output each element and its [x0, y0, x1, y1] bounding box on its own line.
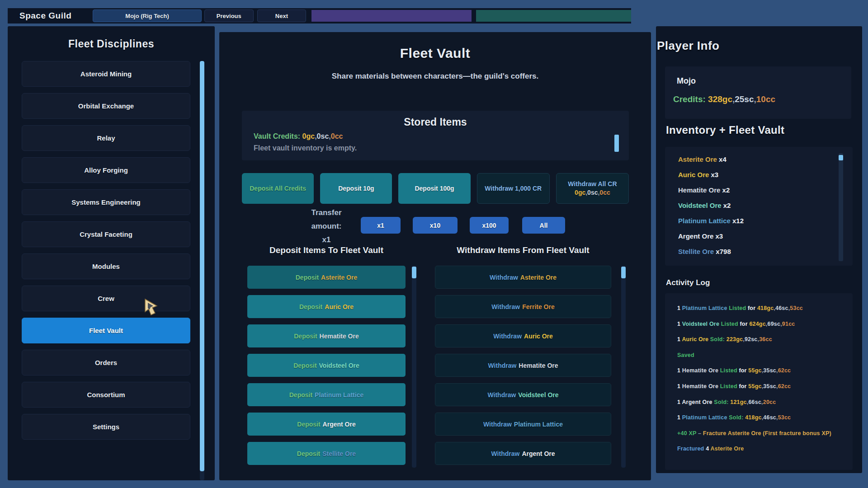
activity-log-entry-8: 1 Platinum Lattice Sold: 418gc,46sc,53cc	[677, 414, 853, 430]
withdraw-ferrite-ore-button[interactable]: Withdraw Ferrite Ore	[435, 295, 611, 318]
sidebar-item-settings[interactable]: Settings	[22, 414, 190, 440]
activity-log-entry-10: Fractured 4 Asterite Ore	[677, 446, 853, 461]
fleet-vault-subtitle: Share materials between characters—the g…	[219, 72, 651, 81]
player-credits-value: 328gc,25sc,10cc	[708, 94, 775, 104]
credit-action-row: Deposit All CreditsDeposit 10gDeposit 10…	[242, 173, 629, 204]
withdraw-voidsteel-ore-button[interactable]: Withdraw Voidsteel Ore	[435, 383, 611, 406]
deposit-asterite-ore-button[interactable]: Deposit Asterite Ore	[247, 266, 406, 289]
activity-log-list: 1 Platinum Lattice Listed for 418gc,46sc…	[665, 293, 853, 461]
sidebar-item-orders[interactable]: Orders	[22, 350, 190, 375]
withdraw-list-scrollbar-track	[621, 266, 626, 468]
deposit-auric-ore-button[interactable]: Deposit Auric Ore	[247, 295, 406, 318]
vault-credits-line: Vault Credits: 0gc,0sc,0cc	[254, 132, 343, 141]
deposit-list-scrollbar-track	[412, 266, 416, 468]
activity-log-entry-7: 1 Argent Ore Sold: 121gc,66sc,20cc	[677, 399, 853, 415]
character-select-button[interactable]: Mojo (Rig Tech)	[93, 9, 202, 22]
player-name: Mojo	[677, 76, 696, 86]
sidebar-item-crystal-faceting[interactable]: Crystal Faceting	[22, 221, 190, 247]
fleet-disciplines-list: Asteroid MiningOrbital ExchangeRelayAllo…	[8, 61, 215, 440]
inventory-scrollbar-thumb[interactable]	[839, 155, 843, 160]
xp-meter-bar	[311, 10, 471, 22]
activity-log-entry-9: +40 XP – Fracture Asterite Ore (First fr…	[677, 430, 853, 446]
withdraw-column-header: Withdraw Items From Fleet Vault	[435, 245, 611, 255]
sidebar-item-relay[interactable]: Relay	[22, 125, 190, 151]
mouse-cursor-icon	[144, 298, 159, 316]
previous-button[interactable]: Previous	[204, 9, 254, 22]
withdraw-list-scrollbar-thumb[interactable]	[621, 267, 626, 278]
sidebar-item-orbital-exchange[interactable]: Orbital Exchange	[22, 93, 190, 119]
withdraw-hematite-ore-button[interactable]: Withdraw Hematite Ore	[435, 354, 611, 377]
activity-log-entry-1: 1 Platinum Lattice Listed for 418gc,46sc…	[677, 305, 853, 321]
sidebar-item-fleet-vault[interactable]: Fleet Vault	[22, 318, 190, 343]
app-title: Space Guild	[19, 11, 83, 21]
fleet-vault-panel: Fleet Vault Share materials between char…	[219, 32, 651, 480]
sidebar-item-modules[interactable]: Modules	[22, 253, 190, 279]
sidebar-item-consortium[interactable]: Consortium	[22, 382, 190, 408]
player-info-panel: Player Info Mojo Credits: 328gc,25sc,10c…	[656, 26, 862, 473]
player-credits-line: Credits: 328gc,25sc,10cc	[673, 94, 775, 104]
inventory-item-voidsteel-ore: Voidsteel Ore x2	[678, 197, 853, 213]
inventory-item-stellite-ore: Stellite Ore x798	[678, 244, 853, 259]
player-info-box: Mojo Credits: 328gc,25sc,10cc	[665, 66, 851, 119]
sidebar-item-crew[interactable]: Crew	[22, 286, 190, 311]
stored-items-title: Stored Items	[242, 116, 629, 128]
inventory-item-argent-ore: Argent Ore x3	[678, 228, 853, 244]
sidebar-item-asteroid-mining[interactable]: Asteroid Mining	[22, 61, 190, 87]
activity-log-entry-3: 1 Auric Ore Sold: 223gc,92sc,36cc	[677, 336, 853, 352]
fleet-disciplines-panel: Fleet Disciplines Asteroid MiningOrbital…	[8, 26, 215, 480]
activity-log-title: Activity Log	[666, 278, 710, 287]
activity-log-box: 1 Platinum Lattice Listed for 418gc,46sc…	[665, 293, 853, 470]
withdraw-argent-ore-button[interactable]: Withdraw Argent Ore	[435, 442, 611, 465]
deposit-10g-button[interactable]: Deposit 10g	[320, 173, 392, 204]
withdraw-platinum-lattice-button[interactable]: Withdraw Platinum Lattice	[435, 413, 611, 436]
transfer-amount-x100-button[interactable]: x100	[470, 217, 509, 234]
withdraw-1-000-cr-button[interactable]: Withdraw 1,000 CR	[477, 173, 550, 204]
sidebar-scrollbar-thumb[interactable]	[200, 61, 204, 471]
activity-log-entry-2: 1 Voidsteel Ore Listed for 624gc,69sc,91…	[677, 321, 853, 337]
fleet-vault-title: Fleet Vault	[219, 46, 651, 61]
deposit-column-header: Deposit Items To Fleet Vault	[247, 245, 406, 255]
deposit-list-scrollbar-thumb[interactable]	[412, 267, 416, 278]
activity-log-entry-6: 1 Hematite Ore Listed for 55gc,35sc,62cc	[677, 383, 853, 399]
inventory-box: Asterite Ore x4Auric Ore x3Hematite Ore …	[665, 147, 853, 266]
player-info-title: Player Info	[657, 39, 862, 53]
sidebar-scrollbar-track	[200, 61, 204, 480]
deposit-argent-ore-button[interactable]: Deposit Argent Ore	[247, 413, 406, 436]
deposit-voidsteel-ore-button[interactable]: Deposit Voidsteel Ore	[247, 354, 406, 377]
stored-items-box: Stored Items Vault Credits: 0gc,0sc,0cc …	[242, 111, 629, 160]
transfer-amount-x10-button[interactable]: x10	[413, 217, 458, 234]
resource-meter-bar	[476, 10, 631, 22]
inventory-title: Inventory + Fleet Vault	[666, 124, 784, 136]
inventory-item-asterite-ore: Asterite Ore x4	[678, 151, 853, 167]
activity-log-entry-5: 1 Hematite Ore Listed for 55gc,35sc,62cc	[677, 367, 853, 383]
deposit-platinum-lattice-button[interactable]: Deposit Platinum Lattice	[247, 383, 406, 406]
activity-log-entry-4: Saved	[677, 352, 853, 368]
inventory-list: Asterite Ore x4Auric Ore x3Hematite Ore …	[665, 147, 853, 259]
withdraw-all-cr-button[interactable]: Withdraw All CR0gc,0sc,0cc	[556, 173, 629, 204]
inventory-item-hematite-ore: Hematite Ore x2	[678, 182, 853, 197]
app-root: Space Guild Mojo (Rig Tech) Previous Nex…	[0, 0, 868, 488]
vault-empty-text: Fleet vault inventory is empty.	[254, 144, 357, 152]
withdraw-asterite-ore-button[interactable]: Withdraw Asterite Ore	[435, 266, 611, 289]
next-button[interactable]: Next	[257, 9, 307, 22]
withdraw-item-list: Withdraw Asterite OreWithdraw Ferrite Or…	[435, 266, 611, 468]
inventory-scrollbar-track	[839, 153, 843, 261]
top-bar: Space Guild Mojo (Rig Tech) Previous Nex…	[8, 8, 631, 23]
transfer-amount-x1-button[interactable]: x1	[361, 217, 401, 234]
sidebar-item-systems-engineering[interactable]: Systems Engineering	[22, 189, 190, 215]
stored-items-scrollbar-thumb[interactable]	[614, 135, 619, 152]
deposit-100g-button[interactable]: Deposit 100g	[398, 173, 470, 204]
inventory-item-platinum-lattice: Platinum Lattice x12	[678, 213, 853, 228]
inventory-item-auric-ore: Auric Ore x3	[678, 167, 853, 182]
vault-credits-value: 0gc,0sc,0cc	[302, 132, 343, 140]
deposit-item-list: Deposit Asterite OreDeposit Auric OreDep…	[247, 266, 406, 468]
deposit-all-credits-button[interactable]: Deposit All Credits	[242, 173, 314, 204]
sidebar-item-alloy-forging[interactable]: Alloy Forging	[22, 157, 190, 183]
deposit-stellite-ore-button[interactable]: Deposit Stellite Ore	[247, 442, 406, 465]
withdraw-auric-ore-button[interactable]: Withdraw Auric Ore	[435, 324, 611, 347]
deposit-hematite-ore-button[interactable]: Deposit Hematite Ore	[247, 324, 406, 347]
transfer-amount-all-button[interactable]: All	[522, 217, 565, 234]
player-credits-label: Credits:	[673, 94, 708, 104]
vault-credits-label: Vault Credits:	[254, 132, 302, 140]
fleet-disciplines-title: Fleet Disciplines	[8, 38, 215, 50]
